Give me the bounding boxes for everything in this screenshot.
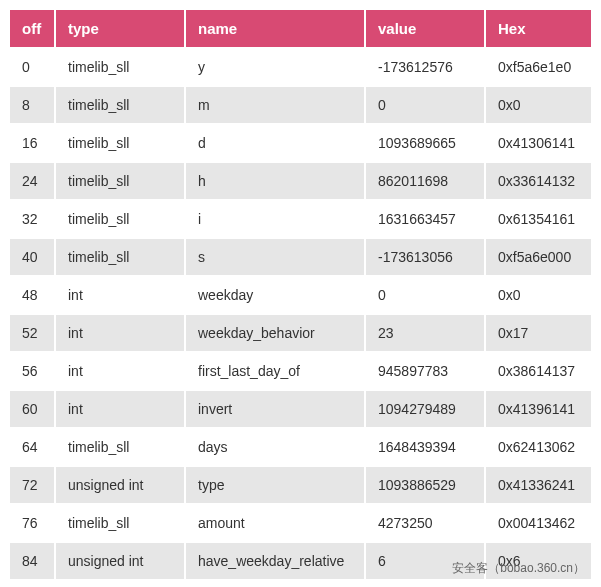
cell-type: timelib_sll <box>55 86 185 124</box>
table-row: 40timelib_slls-1736130560xf5a6e000 <box>9 238 592 276</box>
cell-name: first_last_day_of <box>185 352 365 390</box>
cell-value: -173612576 <box>365 48 485 86</box>
cell-value: 0 <box>365 580 485 587</box>
cell-off: 52 <box>9 314 55 352</box>
cell-type: timelib_sll <box>55 48 185 86</box>
header-hex: Hex <box>485 9 592 48</box>
cell-name: days <box>185 428 365 466</box>
cell-off: 64 <box>9 428 55 466</box>
cell-name: i <box>185 200 365 238</box>
table-row: 16timelib_slld10936896650x41306141 <box>9 124 592 162</box>
cell-hex: 0x41396141 <box>485 390 592 428</box>
cell-hex: 0x0 <box>485 86 592 124</box>
cell-value: 862011698 <box>365 162 485 200</box>
table-row: 56intfirst_last_day_of9458977830x3861413… <box>9 352 592 390</box>
cell-type: timelib_sll <box>55 238 185 276</box>
cell-off: 0 <box>9 48 55 86</box>
cell-type: timelib_sll <box>55 124 185 162</box>
table-row: 0timelib_slly-1736125760xf5a6e1e0 <box>9 48 592 86</box>
cell-type: int <box>55 314 185 352</box>
cell-type: unsigned int <box>55 466 185 504</box>
cell-hex: 0x62413062 <box>485 428 592 466</box>
cell-hex: 0xf5a6e1e0 <box>485 48 592 86</box>
cell-off: 60 <box>9 390 55 428</box>
cell-type: int <box>55 352 185 390</box>
cell-value: 1093886529 <box>365 466 485 504</box>
header-row: off type name value Hex <box>9 9 592 48</box>
cell-value: 0 <box>365 86 485 124</box>
cell-type: unsigned int <box>55 580 185 587</box>
cell-name: weekday <box>185 276 365 314</box>
table-row: 72unsigned inttype10938865290x41336241 <box>9 466 592 504</box>
header-off: off <box>9 9 55 48</box>
cell-value: 1093689665 <box>365 124 485 162</box>
cell-type: timelib_sll <box>55 428 185 466</box>
cell-type: int <box>55 390 185 428</box>
cell-off: 24 <box>9 162 55 200</box>
cell-value: 0 <box>365 276 485 314</box>
cell-hex: 0x61354161 <box>485 200 592 238</box>
cell-name: weekday_behavior <box>185 314 365 352</box>
cell-value: 945897783 <box>365 352 485 390</box>
cell-name: amount <box>185 504 365 542</box>
cell-off: 40 <box>9 238 55 276</box>
cell-hex: 0x41336241 <box>485 466 592 504</box>
table-row: 76timelib_sllamount42732500x00413462 <box>9 504 592 542</box>
table-row: 8timelib_sllm00x0 <box>9 86 592 124</box>
cell-type: int <box>55 276 185 314</box>
cell-hex: 0x33614132 <box>485 162 592 200</box>
cell-hex: 0x0 <box>485 580 592 587</box>
cell-off: 32 <box>9 200 55 238</box>
cell-name: invert <box>185 390 365 428</box>
table-row: 88unsigned inthave_special_relative00x0 <box>9 580 592 587</box>
cell-hex: 0x38614137 <box>485 352 592 390</box>
header-name: name <box>185 9 365 48</box>
watermark: 安全客（bobao.360.cn） <box>452 560 585 577</box>
cell-type: timelib_sll <box>55 200 185 238</box>
struct-table: off type name value Hex 0timelib_slly-17… <box>8 8 593 587</box>
cell-name: have_weekday_relative <box>185 542 365 580</box>
cell-value: 1648439394 <box>365 428 485 466</box>
cell-name: type <box>185 466 365 504</box>
table-row: 52intweekday_behavior230x17 <box>9 314 592 352</box>
cell-type: timelib_sll <box>55 504 185 542</box>
table-row: 32timelib_slli16316634570x61354161 <box>9 200 592 238</box>
header-type: type <box>55 9 185 48</box>
cell-name: have_special_relative <box>185 580 365 587</box>
cell-name: h <box>185 162 365 200</box>
cell-name: y <box>185 48 365 86</box>
cell-off: 88 <box>9 580 55 587</box>
table-row: 60intinvert10942794890x41396141 <box>9 390 592 428</box>
cell-hex: 0x00413462 <box>485 504 592 542</box>
cell-off: 48 <box>9 276 55 314</box>
table-row: 24timelib_sllh8620116980x33614132 <box>9 162 592 200</box>
cell-off: 8 <box>9 86 55 124</box>
cell-off: 16 <box>9 124 55 162</box>
cell-type: unsigned int <box>55 542 185 580</box>
cell-hex: 0x17 <box>485 314 592 352</box>
cell-type: timelib_sll <box>55 162 185 200</box>
table-row: 48intweekday00x0 <box>9 276 592 314</box>
cell-hex: 0xf5a6e000 <box>485 238 592 276</box>
cell-hex: 0x0 <box>485 276 592 314</box>
header-value: value <box>365 9 485 48</box>
cell-name: d <box>185 124 365 162</box>
cell-off: 72 <box>9 466 55 504</box>
table-row: 64timelib_slldays16484393940x62413062 <box>9 428 592 466</box>
cell-value: 1094279489 <box>365 390 485 428</box>
cell-name: m <box>185 86 365 124</box>
cell-value: 1631663457 <box>365 200 485 238</box>
cell-name: s <box>185 238 365 276</box>
cell-value: -173613056 <box>365 238 485 276</box>
cell-value: 4273250 <box>365 504 485 542</box>
cell-off: 84 <box>9 542 55 580</box>
cell-off: 76 <box>9 504 55 542</box>
cell-off: 56 <box>9 352 55 390</box>
cell-value: 23 <box>365 314 485 352</box>
cell-hex: 0x41306141 <box>485 124 592 162</box>
